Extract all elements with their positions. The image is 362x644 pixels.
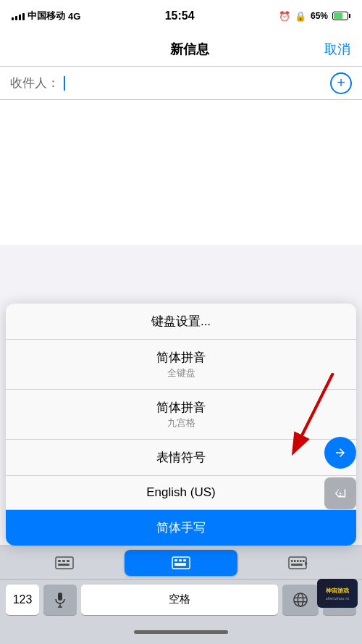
- svg-rect-9: [179, 559, 182, 561]
- menu-item-pinyin-9[interactable]: 简体拼音 九宫格: [6, 390, 356, 440]
- svg-rect-10: [183, 559, 186, 561]
- keyboard-left-button[interactable]: [8, 550, 120, 576]
- network-label: 4G: [68, 11, 80, 22]
- keyboard-area: 键盘设置... 简体拼音 全键盘 简体拼音 九宫格 表情符号 English (…: [0, 304, 362, 644]
- svg-rect-5: [67, 560, 70, 562]
- menu-item-keyboard-settings[interactable]: 键盘设置...: [6, 304, 356, 340]
- watermark-url: shenzhou m: [326, 596, 350, 601]
- menu-item-emoji-label: 表情符号: [17, 449, 345, 466]
- svg-rect-20: [58, 593, 62, 601]
- recipient-label: 收件人：: [10, 75, 59, 91]
- svg-rect-6: [58, 564, 70, 566]
- recipient-row: 收件人： +: [0, 67, 362, 100]
- svg-rect-2: [56, 557, 73, 569]
- home-indicator: [0, 619, 362, 644]
- svg-point-23: [294, 593, 307, 606]
- text-cursor: [64, 76, 65, 91]
- add-recipient-button[interactable]: +: [330, 72, 352, 94]
- svg-rect-12: [289, 557, 306, 569]
- svg-rect-3: [58, 560, 61, 562]
- menu-item-emoji[interactable]: 表情符号: [6, 440, 356, 476]
- time-label: 15:54: [165, 9, 195, 22]
- menu-item-pinyin-full-label: 简体拼音: [17, 349, 345, 366]
- watermark: 神宙游戏 shenzhou m: [317, 579, 358, 608]
- svg-rect-17: [303, 560, 305, 562]
- keyboard-bottom-row: 123 空格 换行: [0, 579, 362, 619]
- svg-point-24: [298, 593, 303, 606]
- menu-item-keyboard-settings-label: 键盘设置...: [17, 313, 345, 330]
- svg-rect-18: [291, 564, 303, 566]
- svg-rect-13: [291, 560, 293, 562]
- menu-item-pinyin-full[interactable]: 简体拼音 全键盘: [6, 340, 356, 390]
- signal-icon: [12, 12, 25, 20]
- space-key[interactable]: 空格: [81, 585, 278, 615]
- carrier-label: 中国移动: [28, 9, 65, 22]
- battery-icon: [332, 12, 350, 20]
- menu-item-pinyin-full-sub: 全键盘: [17, 367, 345, 380]
- battery-percent: 65%: [311, 11, 328, 21]
- keyboard-context-menu: 键盘设置... 简体拼音 全键盘 简体拼音 九宫格 表情符号 English (…: [6, 304, 356, 545]
- battery-area: ⏰ 🔒 65%: [279, 11, 350, 22]
- cancel-button[interactable]: 取消: [324, 41, 350, 58]
- send-button[interactable]: [324, 437, 356, 469]
- watermark-text: 神宙游戏: [326, 587, 349, 595]
- svg-rect-15: [297, 560, 299, 562]
- svg-rect-4: [62, 560, 65, 562]
- nav-bar: 新信息 取消: [0, 32, 362, 67]
- menu-item-english-label: English (US): [17, 485, 345, 500]
- keyboard-center-button[interactable]: [125, 550, 237, 576]
- keyboard-right-button[interactable]: [242, 550, 354, 576]
- home-bar: [134, 630, 228, 634]
- num-key[interactable]: 123: [6, 585, 39, 615]
- mic-button[interactable]: [43, 585, 77, 615]
- menu-item-handwriting[interactable]: 简体手写: [6, 510, 356, 545]
- emoji-globe-key[interactable]: [282, 585, 319, 615]
- lock-icon: 🔒: [295, 11, 306, 22]
- delete-button[interactable]: [324, 477, 356, 509]
- svg-rect-11: [174, 563, 186, 566]
- svg-rect-16: [300, 560, 302, 562]
- keyboard-toolbar: [0, 545, 362, 579]
- menu-item-pinyin-9-sub: 九宫格: [17, 417, 345, 430]
- menu-item-english[interactable]: English (US): [6, 476, 356, 510]
- svg-rect-8: [174, 559, 177, 561]
- svg-rect-14: [294, 560, 296, 562]
- alarm-icon: ⏰: [279, 11, 290, 22]
- menu-item-pinyin-9-label: 简体拼音: [17, 399, 345, 416]
- nav-title: 新信息: [170, 41, 209, 58]
- keyboard-right-buttons: [319, 432, 362, 514]
- status-bar: 中国移动 4G 15:54 ⏰ 🔒 65%: [0, 0, 362, 32]
- carrier-info: 中国移动 4G: [12, 9, 80, 22]
- message-body: [0, 100, 362, 245]
- menu-item-handwriting-label: 简体手写: [17, 519, 345, 536]
